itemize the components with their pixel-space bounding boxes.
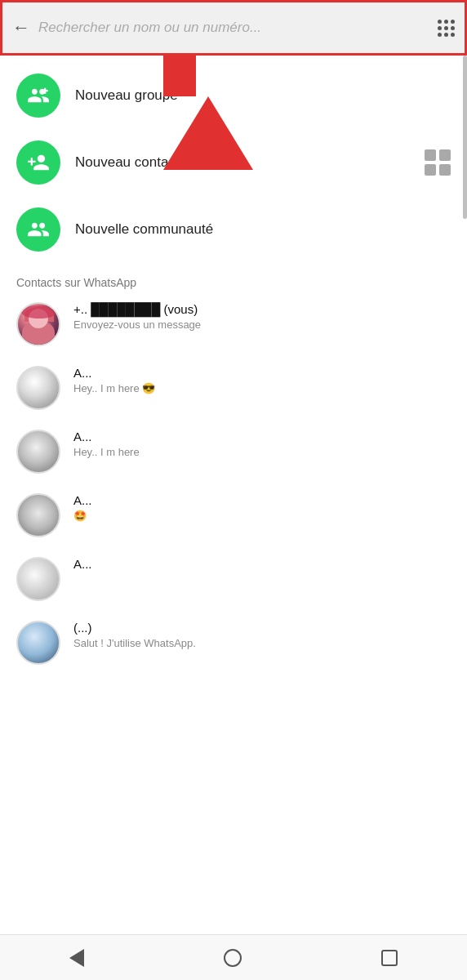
avatar xyxy=(16,621,60,665)
person-add-svg xyxy=(27,151,50,174)
group-add-svg xyxy=(27,84,50,107)
contact-info: A... 🤩 xyxy=(73,493,451,522)
qr-code-icon[interactable] xyxy=(425,149,451,176)
new-community-item[interactable]: Nouvelle communauté xyxy=(0,196,467,263)
new-group-icon xyxy=(16,74,60,118)
new-contact-icon xyxy=(16,140,60,185)
contact-item[interactable]: (...) Salut ! J'utilise WhatsApp. xyxy=(0,611,467,675)
contact-info: +.. ████████ (vous) Envoyez-vous un mess… xyxy=(73,302,451,331)
contacts-list: +.. ████████ (vous) Envoyez-vous un mess… xyxy=(0,292,467,675)
search-header[interactable]: ← Rechercher un nom ou un numéro... xyxy=(0,0,467,56)
contact-name: (...) xyxy=(73,621,451,635)
dot xyxy=(451,33,455,37)
arrow-stem xyxy=(163,56,196,96)
bottom-navigation xyxy=(0,934,467,980)
dot xyxy=(444,26,448,30)
dot xyxy=(451,26,455,30)
avatar xyxy=(16,366,60,410)
contact-item[interactable]: A... 🤩 xyxy=(0,483,467,547)
back-triangle-icon xyxy=(69,949,84,967)
avatar xyxy=(16,493,60,537)
people-svg xyxy=(27,218,50,241)
nav-recent-button[interactable] xyxy=(381,950,398,966)
recent-square-icon xyxy=(381,950,398,966)
contact-item[interactable]: A... Hey.. I m here xyxy=(0,420,467,483)
more-options-icon[interactable] xyxy=(438,20,455,37)
contact-name: A... xyxy=(73,493,451,507)
contact-name: A... xyxy=(73,366,451,380)
dot xyxy=(444,33,448,37)
dot xyxy=(444,20,448,24)
contact-status: Envoyez-vous un message xyxy=(73,318,451,331)
contact-info: (...) Salut ! J'utilise WhatsApp. xyxy=(73,621,451,649)
contact-item[interactable]: A... xyxy=(0,547,467,611)
dot xyxy=(438,33,442,37)
search-input[interactable]: Rechercher un nom ou un numéro... xyxy=(38,20,429,36)
avatar xyxy=(16,557,60,601)
dot xyxy=(438,26,442,30)
contact-status: Salut ! J'utilise WhatsApp. xyxy=(73,637,451,649)
contact-item[interactable]: A... Hey.. I m here 😎 xyxy=(0,356,467,420)
avatar xyxy=(16,302,60,346)
new-group-label: Nouveau groupe xyxy=(75,87,451,104)
contact-status: Hey.. I m here 😎 xyxy=(73,382,451,394)
contact-name: A... xyxy=(73,430,451,443)
arrow-head xyxy=(163,96,253,170)
contact-item[interactable]: +.. ████████ (vous) Envoyez-vous un mess… xyxy=(0,292,467,356)
contact-info: A... xyxy=(73,557,451,573)
new-community-label: Nouvelle communauté xyxy=(75,221,451,238)
contact-name: A... xyxy=(73,557,451,571)
contact-status: 🤩 xyxy=(73,510,451,522)
contacts-section-header: Contacts sur WhatsApp xyxy=(0,270,467,292)
avatar xyxy=(16,430,60,474)
contact-info: A... Hey.. I m here 😎 xyxy=(73,366,451,394)
contact-status: Hey.. I m here xyxy=(73,446,451,458)
dot xyxy=(438,20,442,24)
contact-name: +.. ████████ (vous) xyxy=(73,302,451,316)
contact-info: A... Hey.. I m here xyxy=(73,430,451,458)
home-circle-icon xyxy=(224,949,242,967)
nav-back-button[interactable] xyxy=(69,949,84,967)
back-button[interactable]: ← xyxy=(12,17,30,38)
nav-home-button[interactable] xyxy=(224,949,242,967)
new-community-icon xyxy=(16,207,60,252)
dot xyxy=(451,20,455,24)
search-placeholder: Rechercher un nom ou un numéro... xyxy=(38,20,261,35)
